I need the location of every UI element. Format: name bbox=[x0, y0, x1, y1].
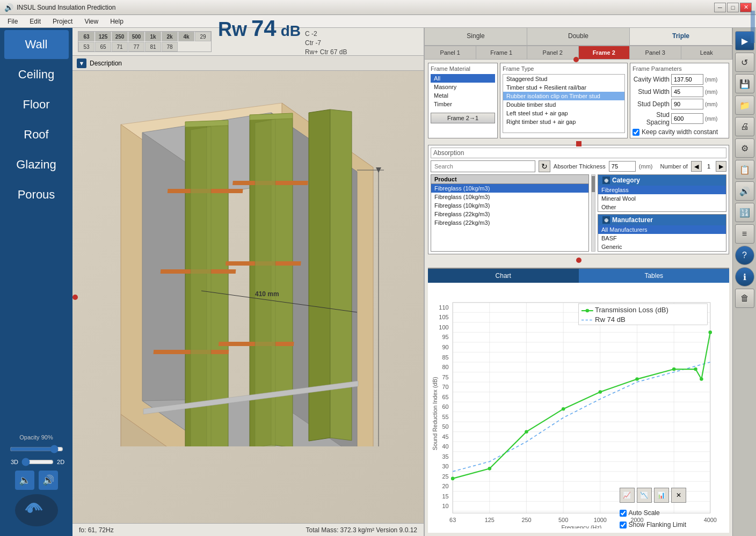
stud-depth-input[interactable] bbox=[671, 99, 703, 109]
tab-triple[interactable]: Triple bbox=[630, 28, 732, 45]
chart-tab-tables[interactable]: Tables bbox=[579, 269, 730, 283]
prod-fg4[interactable]: Fibreglass (22kg/m3) bbox=[431, 210, 588, 218]
auto-scale-checkbox[interactable] bbox=[620, 510, 627, 517]
manufacturer-expand[interactable]: ⊕ bbox=[602, 216, 610, 224]
sound-high-btn[interactable]: 🔊 bbox=[39, 471, 58, 490]
subtab-panel3[interactable]: Panel 3 bbox=[630, 46, 681, 59]
chart-tab-chart[interactable]: Chart bbox=[428, 269, 579, 283]
nav-roof[interactable]: Roof bbox=[4, 120, 69, 149]
mfr-generic[interactable]: Generic bbox=[598, 243, 726, 251]
subtab-frame1[interactable]: Frame 1 bbox=[476, 46, 528, 59]
chart-btn-1[interactable]: 📈 bbox=[620, 488, 635, 503]
minimize-btn[interactable]: ─ bbox=[714, 3, 726, 12]
subtab-frame2[interactable]: Frame 2 bbox=[579, 46, 630, 59]
nav-porous[interactable]: Porous bbox=[4, 180, 69, 209]
stud-spacing-label: Stud Spacing bbox=[633, 111, 670, 126]
prod-fg1[interactable]: Fibreglass (10kg/m3) bbox=[431, 184, 588, 193]
right-panel: Single Double Triple Panel 1 Frame 1 Pan… bbox=[424, 28, 732, 536]
val-65: 65 bbox=[95, 42, 111, 52]
prod-fg2[interactable]: Fibreglass (10kg/m3) bbox=[431, 193, 588, 201]
notes-icon-btn[interactable]: 📋 bbox=[735, 160, 754, 179]
cat-other[interactable]: Other bbox=[598, 203, 726, 211]
nav-floor[interactable]: Floor bbox=[4, 90, 69, 119]
ft-double-timber[interactable]: Double timber stud bbox=[503, 100, 624, 109]
menu-view[interactable]: View bbox=[79, 17, 104, 26]
nav-glazing[interactable]: Glazing bbox=[4, 150, 69, 179]
category-expand[interactable]: ⊕ bbox=[602, 177, 610, 184]
mfr-all[interactable]: All Manufacturers bbox=[598, 225, 726, 234]
opacity-slider[interactable] bbox=[10, 445, 63, 453]
separator-dot-left bbox=[72, 295, 78, 300]
cat-mineral-wool[interactable]: Mineral Wool bbox=[598, 194, 726, 203]
tab-double[interactable]: Double bbox=[527, 28, 630, 45]
prod-fg5[interactable]: Fibreglass (22kg/m3) bbox=[431, 218, 588, 227]
desc-arrow[interactable]: ▼ bbox=[77, 58, 86, 68]
desc-bar: ▼ Description bbox=[72, 56, 424, 71]
menu-help[interactable]: Help bbox=[105, 17, 129, 26]
manufacturer-label: Manufacturer bbox=[612, 216, 653, 224]
fm-timber[interactable]: Timber bbox=[431, 100, 495, 108]
absorption-search[interactable] bbox=[431, 160, 535, 172]
num-increase-btn[interactable]: ▶ bbox=[716, 161, 726, 172]
menu-edit[interactable]: Edit bbox=[24, 17, 46, 26]
save-icon-btn[interactable]: 💾 bbox=[735, 74, 754, 93]
maximize-btn[interactable]: □ bbox=[727, 3, 739, 12]
chart-btn-4[interactable]: ✕ bbox=[671, 488, 686, 503]
info-icon-btn[interactable]: ℹ bbox=[735, 267, 754, 287]
sound-low-btn[interactable]: 🔈 bbox=[15, 471, 34, 490]
chart-btn-2[interactable]: 📉 bbox=[637, 488, 652, 503]
refresh-btn[interactable]: ↻ bbox=[539, 160, 550, 172]
print-icon-btn[interactable]: 🖨 bbox=[735, 117, 754, 136]
delete-icon-btn[interactable]: 🗑 bbox=[735, 289, 754, 308]
keep-cavity-checkbox[interactable] bbox=[633, 129, 639, 136]
close-btn[interactable]: ✕ bbox=[740, 3, 752, 12]
ft-rubber-clip[interactable]: Rubber isolation clip on Timber stud bbox=[503, 92, 624, 100]
ft-staggered[interactable]: Staggered Stud bbox=[503, 75, 624, 83]
list-icon-btn[interactable]: ≡ bbox=[735, 224, 754, 244]
stud-width-input[interactable] bbox=[671, 86, 703, 97]
menu-project[interactable]: Project bbox=[47, 17, 78, 26]
ft-left-steel[interactable]: Left steel stud + air gap bbox=[503, 109, 624, 118]
svg-text:Rw 74 dB: Rw 74 dB bbox=[595, 315, 626, 324]
subtab-leak[interactable]: Leak bbox=[681, 46, 733, 59]
nav-wall[interactable]: Wall bbox=[4, 30, 69, 59]
product-scrollbar[interactable] bbox=[591, 174, 595, 252]
open-icon-btn[interactable]: 📁 bbox=[735, 96, 754, 115]
subtab-panel2[interactable]: Panel 2 bbox=[527, 46, 579, 59]
ft-timber-resilient[interactable]: Timber stud + Resilient rail/bar bbox=[503, 83, 624, 92]
nav-ceiling[interactable]: Ceiling bbox=[4, 60, 69, 89]
number-of-value: 1 bbox=[705, 163, 713, 170]
cavity-width-input[interactable] bbox=[671, 74, 703, 85]
svg-point-83 bbox=[672, 368, 676, 371]
num-decrease-btn[interactable]: ◀ bbox=[691, 161, 702, 172]
freq-63: 63 bbox=[78, 32, 95, 41]
sound-icon-btn[interactable]: 🔊 bbox=[735, 181, 754, 201]
chart-btn-3[interactable]: 📊 bbox=[654, 488, 669, 503]
help-icon-btn[interactable]: ? bbox=[735, 246, 754, 265]
ft-right-timber[interactable]: Right timber stud + air gap bbox=[503, 118, 624, 126]
fm-all[interactable]: All bbox=[431, 74, 495, 83]
view-mode-slider[interactable] bbox=[21, 458, 54, 466]
val-77: 77 bbox=[128, 42, 144, 52]
show-flanking-checkbox[interactable] bbox=[620, 522, 627, 528]
product-scrollbar-thumb[interactable] bbox=[592, 176, 595, 192]
cat-fibreglass[interactable]: Fibreglass bbox=[598, 186, 726, 194]
freq-500: 500 bbox=[128, 32, 144, 41]
freq-1k: 1k bbox=[145, 32, 161, 41]
absorption-header: ↻ Absorber Thickness (mm) Number of ◀ 1 … bbox=[431, 160, 726, 172]
frame2-1-btn[interactable]: Frame 2→1 bbox=[431, 113, 495, 123]
cavity-width-unit: (mm) bbox=[705, 77, 726, 83]
prod-fg3[interactable]: Fibreglass (10kg/m3) bbox=[431, 201, 588, 210]
refresh-icon-btn[interactable]: ↺ bbox=[735, 53, 754, 72]
menu-file[interactable]: File bbox=[2, 17, 23, 26]
stud-spacing-input[interactable] bbox=[671, 113, 703, 124]
absorber-thickness-input[interactable] bbox=[609, 161, 636, 172]
tab-single[interactable]: Single bbox=[425, 28, 527, 45]
mfr-basf[interactable]: BASF bbox=[598, 234, 726, 243]
fm-metal[interactable]: Metal bbox=[431, 91, 495, 100]
fm-masonry[interactable]: Masonry bbox=[431, 83, 495, 91]
settings-icon-btn[interactable]: ⚙ bbox=[735, 138, 754, 158]
subtab-panel1[interactable]: Panel 1 bbox=[425, 46, 476, 59]
svg-text:Transmission Loss (dB): Transmission Loss (dB) bbox=[595, 306, 668, 314]
calc-icon-btn[interactable]: 🔢 bbox=[735, 203, 754, 222]
